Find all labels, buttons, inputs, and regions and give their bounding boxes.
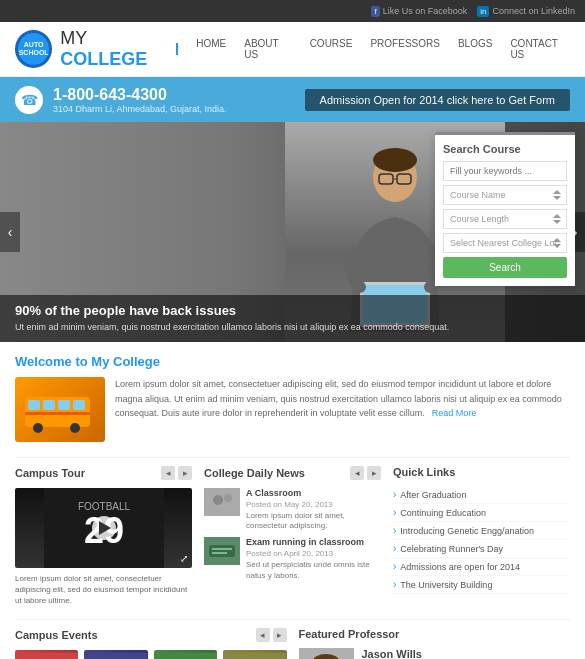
logo-college: COLLEGE (60, 49, 147, 69)
three-col-section: Campus Tour ◂ ▸ 29 FOOTBALL ⤢ Lorem ip (15, 466, 570, 607)
location-select[interactable]: Select Nearest College Location (443, 233, 567, 253)
quick-links-section: Quick Links › After Graduation › Continu… (393, 466, 570, 607)
expand-icon[interactable]: ⤢ (180, 553, 188, 564)
facebook-link[interactable]: f Like Us on Facebook (371, 6, 467, 17)
address: 3104 Dharm Li, Ahmedabad, Gujarat, India… (53, 104, 227, 114)
events-header: Campus Events ◂ ▸ (15, 628, 287, 642)
linkedin-link[interactable]: in Connect on LinkedIn (477, 6, 575, 17)
news-date-1: Posted on May 20, 2013 (246, 500, 381, 509)
welcome-title: Welcome to My College (15, 354, 570, 369)
campus-tour-prev[interactable]: ◂ (161, 466, 175, 480)
news-item-2: Exam running in classroom Posted on Apri… (204, 537, 381, 580)
news-title-1[interactable]: A Classroom (246, 488, 381, 500)
campus-tour-next[interactable]: ▸ (178, 466, 192, 480)
search-panel-title: Search Course (443, 143, 567, 155)
nav-course[interactable]: COURSE (310, 38, 353, 60)
news-title: College Daily News (204, 467, 305, 479)
play-button[interactable] (92, 516, 116, 540)
quick-links-list: › After Graduation › Continuing Educatio… (393, 486, 570, 594)
campus-events-section: Campus Events ◂ ▸ EVENT EVENT (15, 628, 287, 659)
main-nav: HOME ABOUT US COURSE PROFESSORS BLOGS CO… (176, 38, 570, 60)
slider-prev[interactable]: ‹ (0, 212, 20, 252)
event-thumb-3: EVENT (154, 650, 217, 659)
quick-link-1[interactable]: › Continuing Education (393, 504, 570, 522)
hero-title: 90% of the people have back issues (15, 303, 570, 318)
events-prev[interactable]: ◂ (256, 628, 270, 642)
news-prev[interactable]: ◂ (350, 466, 364, 480)
event-thumb-1: EVENT (15, 650, 78, 659)
svg-rect-23 (212, 548, 232, 550)
quick-link-4[interactable]: › Admissions are open for 2014 (393, 558, 570, 576)
svg-rect-25 (15, 652, 78, 659)
welcome-bus-image (15, 377, 105, 442)
quick-link-5[interactable]: › The University Building (393, 576, 570, 594)
svg-rect-22 (209, 545, 235, 557)
arrow-icon-2: › (393, 525, 396, 536)
svg-point-20 (224, 494, 232, 502)
campus-tour-nav: ◂ ▸ (161, 466, 192, 480)
campus-tour-section: Campus Tour ◂ ▸ 29 FOOTBALL ⤢ Lorem ip (15, 466, 192, 607)
welcome-section: Welcome to My College Lorem ipsum dolor … (15, 354, 570, 442)
linkedin-label: Connect on LinkedIn (492, 6, 575, 16)
contact-info: 1-800-643-4300 3104 Dharm Li, Ahmedabad,… (53, 86, 227, 114)
events-nav: ◂ ▸ (256, 628, 287, 642)
nav-home[interactable]: HOME (196, 38, 226, 60)
facebook-label: Like Us on Facebook (383, 6, 468, 16)
events-grid: EVENT EVENT EVENT (15, 650, 287, 659)
svg-point-19 (213, 495, 223, 505)
bottom-section: Campus Events ◂ ▸ EVENT EVENT (15, 628, 570, 659)
svg-point-4 (373, 148, 417, 172)
news-desc-2: Sed ut perspiciatis unde omnis iste natu… (246, 560, 381, 581)
news-next[interactable]: ▸ (367, 466, 381, 480)
news-nav: ◂ ▸ (350, 466, 381, 480)
search-button[interactable]: Search (443, 257, 567, 278)
quick-link-label-0: After Graduation (400, 490, 466, 500)
event-thumb-2: EVENT (84, 650, 147, 659)
events-next[interactable]: ▸ (273, 628, 287, 642)
featured-professor-section: Featured Professor Jason Wills Lorem ips… (299, 628, 571, 659)
arrow-icon-0: › (393, 489, 396, 500)
quick-link-label-3: Celebrating Runner's Day (400, 544, 503, 554)
nav-blogs[interactable]: BLOGS (458, 38, 492, 60)
svg-rect-27 (84, 652, 147, 659)
course-length-select[interactable]: Course Length (443, 209, 567, 229)
quick-link-2[interactable]: › Introducing Genetic Engg/anation (393, 522, 570, 540)
svg-rect-31 (223, 652, 286, 659)
professor-image (299, 648, 354, 659)
quick-link-3[interactable]: › Celebrating Runner's Day (393, 540, 570, 558)
svg-rect-11 (73, 400, 85, 410)
svg-rect-10 (58, 400, 70, 410)
nav-about[interactable]: ABOUT US (244, 38, 291, 60)
course-name-select[interactable]: Course Name (443, 185, 567, 205)
nav-contact[interactable]: CONTACT US (510, 38, 570, 60)
quick-link-0[interactable]: › After Graduation (393, 486, 570, 504)
header: AUTOSCHOOL MY COLLEGE HOME ABOUT US COUR… (0, 22, 585, 77)
logo-my: MY (60, 28, 87, 48)
arrow-icon-1: › (393, 507, 396, 518)
play-triangle-icon (99, 521, 111, 535)
divider-1 (15, 457, 570, 458)
contact-bar: ☎ 1-800-643-4300 3104 Dharm Li, Ahmedaba… (0, 77, 585, 122)
professor-card: Jason Wills Lorem ipsum dolor sit amet, … (299, 648, 571, 659)
admission-banner[interactable]: Admission Open for 2014 click here to Ge… (305, 89, 570, 111)
news-title-2[interactable]: Exam running in classroom (246, 537, 381, 549)
quick-links-header: Quick Links (393, 466, 570, 478)
campus-tour-header: Campus Tour ◂ ▸ (15, 466, 192, 480)
top-bar: f Like Us on Facebook in Connect on Link… (0, 0, 585, 22)
nav-professors[interactable]: PROFESSORS (370, 38, 439, 60)
news-header: College Daily News ◂ ▸ (204, 466, 381, 480)
logo-badge-text: AUTOSCHOOL (19, 41, 49, 56)
news-img-2 (204, 537, 240, 565)
professor-name: Jason Wills (362, 648, 561, 659)
event-thumb-4: EVENT (223, 650, 286, 659)
hero-subtext: Ut enim ad minim veniam, quis nostrud ex… (15, 321, 570, 334)
campus-tour-description: Lorem ipsum dolor sit amet, consectetuer… (15, 573, 192, 607)
hero-slider: ‹ › 90% of the people have back issues U… (0, 122, 585, 342)
nav-divider (176, 43, 178, 55)
welcome-read-more[interactable]: Read More (432, 408, 477, 418)
keyword-input[interactable] (443, 161, 567, 181)
arrow-icon-4: › (393, 561, 396, 572)
arrow-icon-5: › (393, 579, 396, 590)
logo[interactable]: AUTOSCHOOL MY COLLEGE (15, 28, 176, 70)
main-content: Welcome to My College Lorem ipsum dolor … (0, 342, 585, 659)
